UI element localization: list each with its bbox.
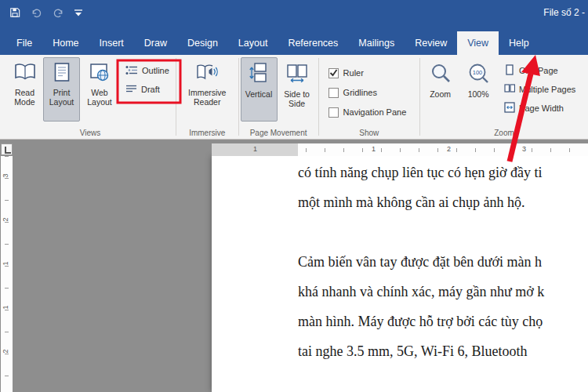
document-line: có tính năng chụp liên tục có hẹn giờ đầ… <box>298 158 588 187</box>
redo-icon[interactable] <box>53 8 64 18</box>
zoom-100-button[interactable]: 100 100% <box>459 57 498 122</box>
gridlines-checkbox-row[interactable]: Gridlines <box>328 85 419 100</box>
draft-label: Draft <box>141 85 160 94</box>
document-line: khá nhanh và chính xác, máy gần như mở k <box>298 277 588 307</box>
ruler-number: 3 <box>2 173 9 177</box>
tab-references[interactable]: References <box>278 31 348 55</box>
vertical-icon <box>249 63 268 86</box>
immersive-reader-icon <box>196 63 218 85</box>
ruler-checkbox-label: Ruler <box>343 68 364 78</box>
page-movement-group-label: Page Movement <box>239 129 318 137</box>
document-line <box>298 217 588 247</box>
tab-view[interactable]: View <box>457 31 499 55</box>
title-bar: File số 2 - <box>0 0 588 25</box>
ruler-number: 1 <box>2 261 9 265</box>
draft-icon <box>125 84 137 96</box>
document-text: có tính năng chụp liên tục có hẹn giờ đầ… <box>212 156 588 366</box>
tab-stop-selector[interactable] <box>1 143 13 155</box>
side-to-side-icon <box>287 63 307 86</box>
side-to-side-button[interactable]: Side to Side <box>278 57 317 122</box>
ribbon-view: Read Mode Print Layout Web Layout <box>0 55 588 140</box>
customize-quick-access-icon[interactable] <box>74 9 82 16</box>
views-group-label: Views <box>5 129 176 137</box>
window-title: File số 2 - <box>543 0 585 25</box>
navigation-pane-checkbox-label: Navigation Pane <box>343 107 407 117</box>
tab-design[interactable]: Design <box>177 31 228 55</box>
save-icon[interactable] <box>9 7 20 18</box>
navigation-pane-checkbox[interactable] <box>328 107 339 118</box>
ruler-number: 3 <box>522 145 526 153</box>
vertical-button[interactable]: Vertical <box>241 57 278 122</box>
horizontal-ruler[interactable]: 1 1 2 3 <box>212 143 588 156</box>
group-show: Ruler Gridlines Navigation Pane Show <box>319 55 420 139</box>
tab-layout[interactable]: Layout <box>228 31 278 55</box>
tab-mailings[interactable]: Mailings <box>348 31 405 55</box>
ruler-checkbox-row[interactable]: Ruler <box>328 65 419 81</box>
group-immersive: Immersive Reader Immersive <box>176 55 238 139</box>
group-zoom: Zoom 100 100% One Page <box>420 55 588 139</box>
gridlines-checkbox-label: Gridlines <box>343 88 377 97</box>
zoom-label: Zoom <box>430 89 451 99</box>
ruler-number: 2 <box>447 145 451 153</box>
document-line: Cảm biến vân tay được đặt bên dưới màn h <box>298 247 588 277</box>
zoom-icon <box>430 63 452 86</box>
tab-help[interactable]: Help <box>499 31 539 55</box>
read-mode-icon <box>13 63 37 85</box>
ribbon-tab-bar: File Home Insert Draw Design Layout Refe… <box>0 25 588 55</box>
page-width-label: Page Width <box>519 103 564 113</box>
document-page[interactable]: có tính năng chụp liên tục có hẹn giờ đầ… <box>212 156 588 392</box>
tab-file[interactable]: File <box>6 31 42 55</box>
ruler-number: 2 <box>2 349 9 353</box>
page-width-button[interactable]: Page Width <box>499 100 580 117</box>
navigation-pane-checkbox-row[interactable]: Navigation Pane <box>328 104 419 120</box>
web-layout-icon <box>90 63 109 85</box>
ruler-number: 1 <box>2 305 9 309</box>
document-line: tai nghe 3.5 mm, 5G, Wi-Fi 6, Bluetooth <box>298 336 588 366</box>
document-line: một mình mà không cần ai chụp ảnh hộ. <box>298 187 588 217</box>
ruler-number: 1 <box>253 145 257 153</box>
read-mode-button[interactable]: Read Mode <box>6 57 43 122</box>
zoom-button[interactable]: Zoom <box>422 57 459 122</box>
quick-access-toolbar <box>9 7 82 18</box>
tab-draw[interactable]: Draw <box>134 31 177 55</box>
zoom-group-label: Zoom <box>420 129 588 137</box>
vertical-label: Vertical <box>245 89 272 99</box>
document-line: màn hình. Máy được hỗ trợ bởi các tùy ch… <box>298 307 588 336</box>
svg-text:100: 100 <box>473 69 483 76</box>
tab-review[interactable]: Review <box>405 31 457 55</box>
web-layout-label: Web Layout <box>81 88 118 107</box>
zoom-100-icon: 100 <box>467 63 489 86</box>
draft-button[interactable]: Draft <box>121 81 174 98</box>
group-page-movement: Vertical Side to Side Page Movement <box>239 55 318 139</box>
tab-insert[interactable]: Insert <box>89 31 134 55</box>
print-layout-label: Print Layout <box>44 88 79 107</box>
multiple-pages-icon <box>504 83 515 96</box>
read-mode-label: Read Mode <box>7 88 42 107</box>
one-page-label: One Page <box>519 66 558 75</box>
immersive-reader-label: Immersive Reader <box>183 88 230 107</box>
print-layout-button[interactable]: Print Layout <box>43 57 80 122</box>
ruler-number: 2 <box>2 217 9 221</box>
show-group-label: Show <box>319 129 420 137</box>
ruler-number: 1 <box>372 145 376 153</box>
gridlines-checkbox[interactable] <box>328 88 339 98</box>
multiple-pages-button[interactable]: Multiple Pages <box>499 81 580 98</box>
group-views: Read Mode Print Layout Web Layout <box>5 55 176 139</box>
outline-icon <box>125 65 138 77</box>
multiple-pages-label: Multiple Pages <box>519 85 575 94</box>
immersive-group-label: Immersive <box>176 129 238 137</box>
one-page-icon <box>504 64 515 77</box>
web-layout-button[interactable]: Web Layout <box>80 57 119 122</box>
ruler-checkbox[interactable] <box>328 68 339 78</box>
tab-home[interactable]: Home <box>42 31 89 55</box>
one-page-button[interactable]: One Page <box>499 62 580 79</box>
print-layout-icon <box>54 63 70 85</box>
zoom-100-label: 100% <box>468 89 489 99</box>
outline-label: Outline <box>142 66 169 75</box>
outline-button[interactable]: Outline <box>121 62 174 79</box>
page-width-icon <box>504 102 515 114</box>
vertical-ruler[interactable]: 3 2 1 1 2 <box>1 156 13 392</box>
immersive-reader-button[interactable]: Immersive Reader <box>183 57 231 122</box>
undo-icon[interactable] <box>31 8 42 18</box>
side-to-side-label: Side to Side <box>278 89 316 108</box>
